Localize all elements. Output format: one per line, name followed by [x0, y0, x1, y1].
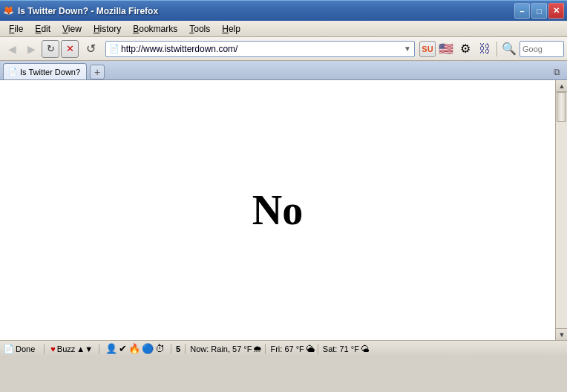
menu-tools[interactable]: Tools	[183, 22, 216, 36]
content-area: ▲ ▼ No	[0, 80, 567, 340]
reload-button[interactable]: ↻	[42, 40, 59, 58]
buzz-label: Buzz	[57, 344, 75, 353]
menu-view[interactable]: View	[56, 22, 88, 36]
addon-icons: 👤 ✔ 🔥 🔵 ⏱	[102, 343, 168, 354]
page-count: 5	[176, 344, 180, 353]
status-separator-4	[185, 344, 186, 354]
back-button[interactable]: ◀	[3, 40, 21, 58]
status-bar: 📄 Done ♥ Buzz ▲▼ 👤 ✔ 🔥 🔵 ⏱ 5 Now: Rain, …	[0, 340, 567, 356]
page-load-icon: 📄	[3, 344, 14, 354]
tab-bar: 📄 Is Twitter Down? + ⧉	[0, 61, 567, 80]
google-icon: 🔍	[500, 40, 518, 58]
scroll-up-button[interactable]: ▲	[556, 80, 567, 92]
title-bar-text: Is Twitter Down? - Mozilla Firefox	[18, 6, 514, 16]
browser-icon: 🦊	[3, 5, 15, 17]
flag-icon: 🇺🇸	[437, 40, 455, 58]
addon-icon-5: ⏱	[155, 343, 165, 354]
addon-icon-2: ✔	[119, 343, 127, 354]
weather-now: Now: Rain, 57 °F	[190, 344, 252, 353]
status-separator-6	[318, 344, 318, 354]
weather-now-icon: 🌧	[253, 344, 262, 354]
buzz-segment: ♥ Buzz ▲▼	[47, 344, 96, 353]
scroll-down-button[interactable]: ▼	[556, 328, 567, 340]
search-bar	[520, 41, 564, 57]
search-input[interactable]	[522, 45, 561, 53]
page-content: No	[0, 80, 567, 340]
tab-label: Is Twitter Down?	[20, 68, 80, 76]
gear-icon[interactable]: ⚙	[456, 40, 474, 58]
menu-help[interactable]: Help	[216, 22, 246, 36]
title-bar: 🦊 Is Twitter Down? - Mozilla Firefox – □…	[0, 0, 567, 21]
nav-bar: ◀ ▶ ↻ ✕ ↺ 📄 ▼ SU 🇺🇸 ⚙ ⛓ 🔍	[0, 37, 567, 61]
status-separator-2	[99, 344, 99, 354]
menu-bookmarks[interactable]: Bookmarks	[127, 22, 183, 36]
address-input[interactable]	[121, 44, 402, 54]
page-icon: 📄	[109, 44, 119, 53]
tab-favicon: 📄	[8, 68, 17, 76]
buzz-arrow[interactable]: ▲▼	[76, 344, 93, 353]
weather-fri: Fri: 67 °F	[270, 344, 304, 353]
scroll-thumb[interactable]	[557, 92, 566, 122]
home-button[interactable]: ↺	[82, 40, 99, 58]
maximize-button[interactable]: □	[531, 3, 547, 19]
minimize-button[interactable]: –	[514, 3, 530, 19]
weather-sat-icon: 🌤	[361, 344, 370, 354]
address-bar-wrapper: 📄 ▼	[105, 41, 415, 57]
menu-file[interactable]: File	[3, 22, 29, 36]
weather-fri-icon: 🌥	[306, 344, 315, 354]
close-button[interactable]: ✕	[548, 3, 564, 19]
addon-icon-3: 🔥	[128, 343, 140, 354]
addon-icon-1: 👤	[105, 343, 117, 354]
menu-history[interactable]: History	[88, 22, 127, 36]
menu-edit[interactable]: Edit	[29, 22, 56, 36]
status-separator-5	[265, 344, 266, 354]
scrollbar[interactable]: ▲ ▼	[555, 80, 567, 340]
status-separator-3	[171, 344, 171, 354]
toolbar-separator	[496, 42, 497, 56]
addon-icon-4: 🔵	[142, 343, 154, 354]
new-tab-button[interactable]: +	[90, 65, 105, 79]
stop-button[interactable]: ✕	[61, 40, 79, 58]
heart-icon: ♥	[50, 344, 56, 353]
window-controls: – □ ✕	[514, 3, 564, 19]
address-dropdown-arrow[interactable]: ▼	[404, 45, 411, 53]
scroll-track[interactable]	[556, 92, 567, 328]
chain-icon: ⛓	[476, 40, 494, 58]
stumbleupon-icon[interactable]: SU	[419, 41, 436, 57]
status-text: Done	[16, 344, 35, 353]
tab-expand-button[interactable]: ⧉	[549, 65, 564, 79]
forward-button[interactable]: ▶	[22, 40, 40, 58]
weather-sat: Sat: 71 °F	[323, 344, 359, 353]
page-main-text: No	[252, 186, 303, 234]
status-separator-1	[44, 344, 45, 354]
menu-bar: File Edit View History Bookmarks Tools H…	[0, 21, 567, 37]
browser-tab-1[interactable]: 📄 Is Twitter Down?	[3, 63, 87, 79]
